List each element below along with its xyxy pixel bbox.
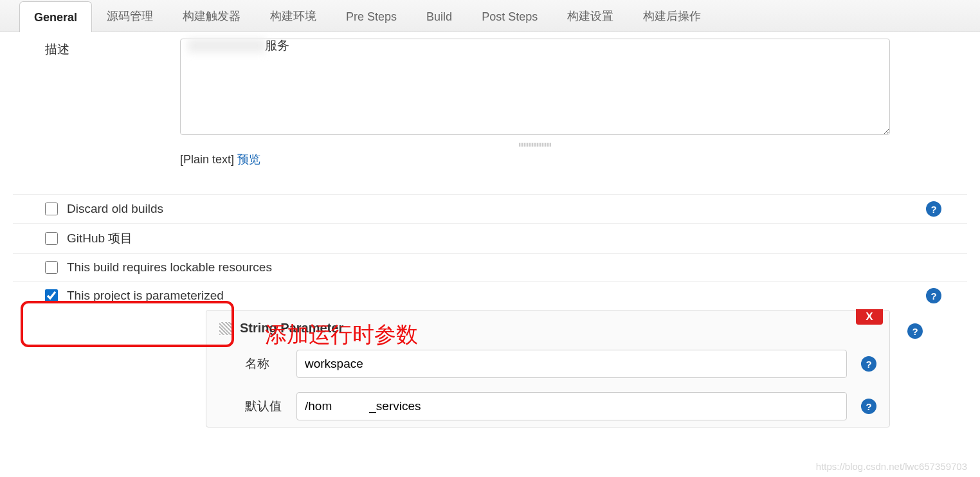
drag-handle-icon[interactable]: [219, 322, 232, 335]
string-parameter-panel: X String Parameter ? 名称 ? 默认值 ?: [206, 310, 890, 428]
checkbox-github-project[interactable]: [45, 232, 58, 245]
resize-handle-icon[interactable]: [519, 143, 551, 147]
option-github-project: GitHub 项目: [13, 223, 967, 253]
description-label: 描述: [13, 39, 180, 58]
help-icon[interactable]: ?: [861, 356, 876, 372]
param-default-label: 默认值: [219, 398, 296, 415]
tab-general[interactable]: General: [19, 1, 92, 32]
help-icon[interactable]: ?: [926, 201, 941, 217]
tab-pre-steps[interactable]: Pre Steps: [331, 1, 412, 32]
option-parameterized: This project is parameterized ?: [13, 281, 967, 310]
delete-parameter-button[interactable]: X: [856, 309, 883, 325]
preview-link[interactable]: 预览: [237, 153, 260, 166]
help-icon[interactable]: ?: [907, 323, 923, 339]
config-tabs: General 源码管理 构建触发器 构建环境 Pre Steps Build …: [0, 0, 980, 32]
watermark: https://blog.csdn.net/lwc657359703: [816, 461, 967, 472]
tab-triggers[interactable]: 构建触发器: [168, 0, 255, 32]
label-parameterized[interactable]: This project is parameterized: [67, 289, 926, 303]
checkbox-parameterized[interactable]: [45, 289, 58, 302]
label-discard-old-builds[interactable]: Discard old builds: [67, 202, 926, 216]
tab-settings[interactable]: 构建设置: [552, 0, 628, 32]
param-name-input[interactable]: [296, 350, 847, 378]
plain-text-indicator: [Plain text]: [180, 153, 234, 166]
parameter-title: String Parameter: [240, 321, 343, 336]
description-value: xxxxxxxx服务: [188, 37, 289, 54]
label-lockable-resources[interactable]: This build requires lockable resources: [67, 260, 967, 274]
help-icon[interactable]: ?: [926, 288, 941, 303]
tab-postbuild[interactable]: 构建后操作: [628, 0, 716, 32]
param-default-input[interactable]: [296, 392, 847, 420]
tab-build[interactable]: Build: [412, 1, 467, 32]
option-discard-old-builds: Discard old builds ?: [13, 194, 967, 223]
tab-post-steps[interactable]: Post Steps: [467, 1, 552, 32]
param-name-label: 名称: [219, 356, 296, 372]
tab-env[interactable]: 构建环境: [255, 0, 331, 32]
checkbox-lockable-resources[interactable]: [45, 261, 58, 274]
label-github-project[interactable]: GitHub 项目: [67, 230, 967, 247]
option-lockable-resources: This build requires lockable resources: [13, 253, 967, 281]
help-icon[interactable]: ?: [861, 399, 876, 414]
checkbox-discard-old-builds[interactable]: [45, 203, 58, 215]
tab-scm[interactable]: 源码管理: [92, 0, 168, 32]
